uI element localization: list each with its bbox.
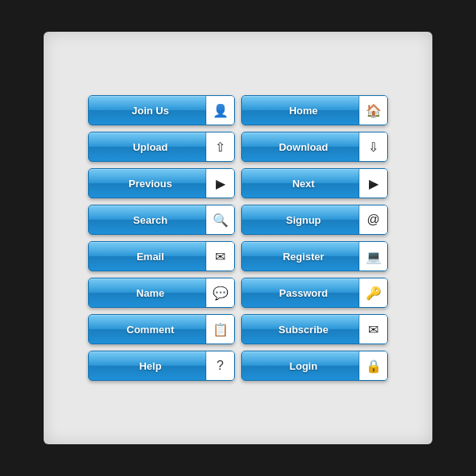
email-label: Email (89, 251, 205, 263)
search-icon: 🔍 (205, 205, 234, 235)
home-icon: 🏠 (359, 95, 387, 125)
help-icon: ? (205, 351, 234, 381)
upload-button[interactable]: Upload⇧ (88, 132, 235, 162)
next-label: Next (242, 178, 359, 190)
password-label: Password (242, 287, 359, 299)
name-icon: 💬 (205, 278, 234, 308)
register-icon: 💻 (359, 241, 387, 271)
subscribe-icon: ✉ (359, 314, 387, 344)
upload-label: Upload (89, 141, 205, 153)
signup-button[interactable]: Signup@ (241, 205, 388, 235)
upload-icon: ⇧ (205, 132, 234, 162)
password-icon: 🔑 (359, 278, 387, 308)
previous-icon: ▶ (205, 168, 234, 198)
button-grid: Join Us👤Home🏠Upload⇧Download⇩Previous▶Ne… (72, 79, 404, 397)
signup-label: Signup (242, 214, 359, 226)
comment-icon: 📋 (205, 314, 234, 344)
search-label: Search (89, 214, 205, 226)
previous-label: Previous (89, 178, 205, 190)
comment-button[interactable]: Comment📋 (88, 314, 235, 344)
card: Join Us👤Home🏠Upload⇧Download⇩Previous▶Ne… (44, 32, 432, 444)
help-label: Help (89, 360, 205, 372)
comment-label: Comment (89, 324, 205, 336)
search-button[interactable]: Search🔍 (88, 205, 235, 235)
previous-button[interactable]: Previous▶ (88, 168, 235, 198)
join-us-icon: 👤 (205, 95, 234, 125)
next-icon: ▶ (359, 168, 387, 198)
login-label: Login (242, 360, 359, 372)
name-button[interactable]: Name💬 (88, 278, 235, 308)
home-label: Home (242, 105, 359, 117)
home-button[interactable]: Home🏠 (241, 95, 388, 125)
subscribe-label: Subscribe (242, 324, 359, 336)
email-icon: ✉ (205, 241, 234, 271)
help-button[interactable]: Help? (88, 351, 235, 381)
login-icon: 🔒 (359, 351, 387, 381)
download-icon: ⇩ (359, 132, 387, 162)
next-button[interactable]: Next▶ (241, 168, 388, 198)
register-button[interactable]: Register💻 (241, 241, 388, 271)
name-label: Name (89, 287, 205, 299)
download-label: Download (242, 141, 359, 153)
download-button[interactable]: Download⇩ (241, 132, 388, 162)
signup-icon: @ (359, 205, 387, 235)
login-button[interactable]: Login🔒 (241, 351, 388, 381)
join-us-label: Join Us (89, 105, 205, 117)
join-us-button[interactable]: Join Us👤 (88, 95, 235, 125)
register-label: Register (242, 251, 359, 263)
subscribe-button[interactable]: Subscribe✉ (241, 314, 388, 344)
email-button[interactable]: Email✉ (88, 241, 235, 271)
password-button[interactable]: Password🔑 (241, 278, 388, 308)
